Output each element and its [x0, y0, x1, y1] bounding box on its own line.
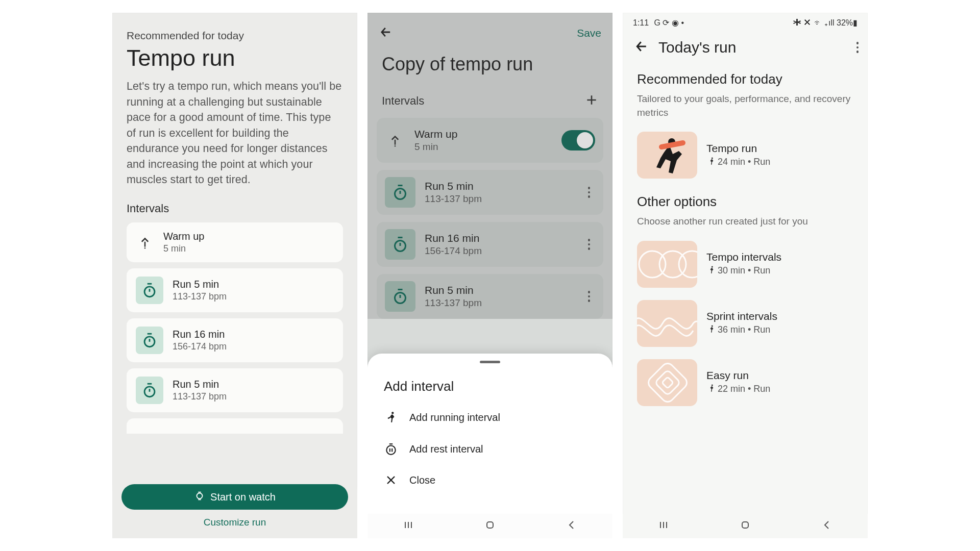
svg-rect-23 — [742, 522, 748, 528]
stopwatch-icon — [136, 377, 163, 404]
run-title: Sprint intervals — [706, 310, 777, 322]
svg-point-0 — [144, 247, 146, 249]
section-sub: Tailored to your goals, performance, and… — [637, 92, 853, 119]
runner-tile-icon — [637, 132, 697, 179]
interval-title: Run 5 min — [173, 379, 227, 390]
svg-rect-21 — [662, 377, 674, 388]
android-nav-bar — [368, 514, 612, 538]
run-option-sprint-intervals[interactable]: Sprint intervals 36 min • Run — [637, 300, 853, 347]
svg-point-4 — [197, 493, 203, 498]
svg-point-9 — [391, 412, 394, 414]
svg-point-3 — [144, 387, 155, 397]
run-option-tempo[interactable]: Tempo run 24 min • Run — [637, 132, 853, 179]
status-right: ✱ ✕ ᯤ ₊ıll 32%▮ — [793, 18, 857, 28]
status-bar: 1:11 G ⟳ ◉ • ✱ ✕ ᯤ ₊ıll 32%▮ — [623, 13, 868, 30]
sheet-title: Add interval — [368, 363, 612, 402]
interval-list: Warm up 5 min Run 5 min 113-137 bpm — [127, 222, 343, 434]
nav-back-icon[interactable] — [566, 519, 578, 533]
interval-item-partial — [127, 418, 343, 434]
watch-icon — [194, 490, 205, 504]
run-meta: 30 min • Run — [706, 265, 781, 277]
page-title: Tempo run — [127, 45, 343, 71]
interval-item-warmup[interactable]: Warm up 5 min — [127, 222, 343, 262]
run-title: Easy run — [706, 369, 770, 382]
intervals-heading: Intervals — [127, 202, 343, 215]
diamond-tile-icon — [637, 359, 697, 406]
interval-title: Warm up — [163, 231, 204, 242]
interval-item-run[interactable]: Run 5 min 113-137 bpm — [127, 268, 343, 312]
page-title: Today's run — [658, 39, 736, 56]
run-option-tempo-intervals[interactable]: Tempo intervals 30 min • Run — [637, 241, 853, 288]
overflow-menu-button[interactable] — [856, 42, 859, 53]
svg-point-17 — [712, 266, 713, 268]
recommended-label: Recommended for today — [127, 30, 343, 42]
nav-back-icon[interactable] — [821, 519, 833, 533]
start-on-watch-button[interactable]: Start on watch — [121, 484, 348, 510]
run-meta: 36 min • Run — [706, 324, 777, 336]
section-heading: Other options — [637, 194, 853, 210]
android-nav-bar — [623, 514, 868, 538]
sheet-item-label: Add running interval — [409, 412, 500, 423]
interval-sub: 113-137 bpm — [173, 291, 227, 302]
svg-point-16 — [679, 251, 697, 278]
run-title: Tempo run — [706, 142, 770, 155]
status-indicators: G ⟳ ◉ • — [654, 18, 684, 27]
waves-tile-icon — [637, 300, 697, 347]
screen-tempo-run: Recommended for today Tempo run Let's tr… — [112, 13, 357, 538]
stopwatch-icon — [136, 277, 163, 304]
close-icon — [384, 474, 398, 486]
add-rest-interval-option[interactable]: Add rest interval — [368, 433, 612, 465]
pause-stopwatch-icon — [384, 442, 398, 456]
run-meta: 24 min • Run — [706, 157, 770, 168]
interval-sub: 113-137 bpm — [173, 391, 227, 402]
add-interval-sheet: Add interval Add running interval Add re… — [368, 354, 612, 538]
runner-icon — [384, 411, 398, 424]
section-heading: Recommended for today — [637, 71, 853, 87]
svg-rect-20 — [655, 369, 681, 395]
nav-recents-icon[interactable] — [657, 519, 670, 533]
interval-title: Run 5 min — [173, 279, 227, 290]
customize-run-link[interactable]: Customize run — [121, 517, 348, 528]
screen-todays-run: 1:11 G ⟳ ◉ • ✱ ✕ ᯤ ₊ıll 32%▮ Today's run… — [623, 13, 868, 538]
run-meta: 22 min • Run — [706, 384, 770, 395]
nav-recents-icon[interactable] — [402, 519, 414, 533]
sheet-item-label: Add rest interval — [409, 443, 483, 455]
svg-point-18 — [712, 325, 713, 327]
interval-sub: 156-174 bpm — [173, 341, 227, 352]
svg-point-14 — [639, 251, 666, 278]
nav-home-icon[interactable] — [484, 519, 496, 533]
section-sub: Choose another run created just for you — [637, 215, 853, 229]
screen-edit-run: Save Copy of tempo run Intervals Warm up… — [368, 13, 612, 538]
svg-point-13 — [712, 157, 713, 159]
run-option-easy-run[interactable]: Easy run 22 min • Run — [637, 359, 853, 406]
svg-point-22 — [712, 385, 713, 386]
nav-home-icon[interactable] — [739, 519, 751, 533]
interval-sub: 5 min — [163, 243, 204, 254]
svg-point-10 — [386, 446, 395, 455]
close-option[interactable]: Close — [368, 465, 612, 495]
svg-point-1 — [144, 287, 155, 297]
svg-rect-11 — [487, 522, 493, 528]
arrow-up-dotted-icon — [136, 233, 154, 252]
modal-scrim[interactable] — [368, 13, 612, 319]
loops-tile-icon — [637, 241, 697, 288]
svg-rect-19 — [646, 361, 690, 404]
interval-title: Run 16 min — [173, 329, 227, 340]
status-time: 1:11 — [633, 18, 649, 27]
workout-description: Let's try a tempo run, which means you'l… — [127, 79, 343, 188]
back-arrow-icon[interactable] — [634, 39, 649, 56]
svg-point-2 — [144, 337, 155, 347]
start-button-label: Start on watch — [210, 491, 276, 503]
stopwatch-icon — [136, 327, 163, 354]
run-title: Tempo intervals — [706, 251, 781, 263]
add-running-interval-option[interactable]: Add running interval — [368, 402, 612, 433]
interval-item-run[interactable]: Run 16 min 156-174 bpm — [127, 318, 343, 362]
interval-item-run[interactable]: Run 5 min 113-137 bpm — [127, 368, 343, 412]
sheet-item-label: Close — [409, 474, 435, 486]
